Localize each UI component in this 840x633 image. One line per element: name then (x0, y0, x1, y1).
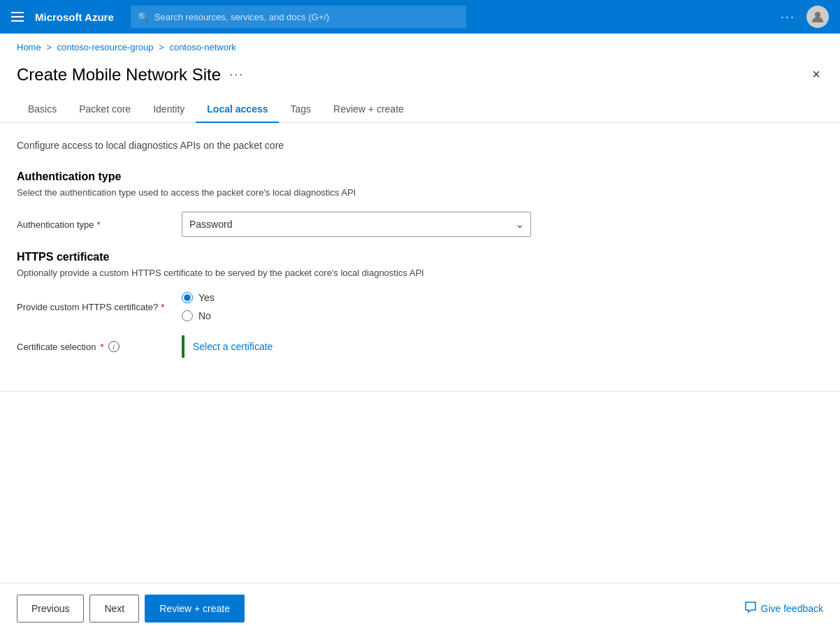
cert-selection-label: Certificate selection * i (17, 341, 171, 352)
search-bar[interactable]: 🔍 (131, 6, 466, 28)
topbar-more-icon[interactable]: ··· (781, 10, 795, 24)
tab-review-create[interactable]: Review + create (322, 96, 415, 123)
auth-section-heading: Authentication type (17, 170, 823, 183)
radio-group: Yes No (182, 292, 531, 321)
auth-section-sub: Select the authentication type used to a… (17, 187, 823, 198)
page-header-left: Create Mobile Network Site ··· (17, 65, 244, 85)
search-icon: 🔍 (138, 12, 149, 22)
tabs: Basics Packet core Identity Local access… (0, 96, 840, 123)
hamburger-menu[interactable] (11, 12, 24, 22)
auth-type-label: Authentication type * (17, 219, 171, 230)
avatar[interactable] (806, 6, 829, 28)
breadcrumb-sep1: > (46, 42, 52, 52)
svg-point-0 (815, 12, 820, 17)
breadcrumb-home[interactable]: Home (17, 42, 41, 52)
custom-cert-row: Provide custom HTTPS certificate? * Yes … (17, 292, 823, 321)
cert-selection-row: Certificate selection * i Select a certi… (17, 335, 823, 358)
search-input[interactable] (154, 12, 459, 22)
main-panel: Home > contoso-resource-group > contoso-… (0, 34, 840, 633)
radio-no-item[interactable]: No (182, 310, 531, 321)
breadcrumb-network[interactable]: contoso-network (169, 42, 236, 52)
divider (0, 391, 840, 392)
tab-packet-core[interactable]: Packet core (68, 96, 142, 123)
tab-description: Configure access to local diagnostics AP… (17, 140, 823, 151)
app-title: Microsoft Azure (35, 11, 114, 23)
feedback-label: Give feedback (761, 603, 824, 614)
content-area: Configure access to local diagnostics AP… (0, 123, 840, 374)
auth-type-select-wrapper: Password Certificate AAD ⌄ (182, 212, 531, 237)
previous-button[interactable]: Previous (17, 595, 84, 623)
custom-cert-control: Yes No (182, 292, 531, 321)
cert-bar (182, 335, 184, 358)
page-header: Create Mobile Network Site ··· × (0, 58, 840, 96)
radio-no-label: No (198, 310, 211, 321)
tab-tags[interactable]: Tags (279, 96, 322, 123)
topbar: Microsoft Azure 🔍 ··· (0, 0, 840, 34)
auth-type-select[interactable]: Password Certificate AAD (182, 212, 531, 237)
auth-type-control: Password Certificate AAD ⌄ (182, 212, 531, 237)
tab-basics[interactable]: Basics (17, 96, 68, 123)
https-section-heading: HTTPS certificate (17, 251, 823, 263)
custom-cert-label: Provide custom HTTPS certificate? * (17, 302, 171, 312)
page-title: Create Mobile Network Site (17, 65, 221, 85)
page-header-more[interactable]: ··· (229, 67, 244, 82)
select-certificate-link[interactable]: Select a certificate (193, 341, 273, 352)
tab-local-access[interactable]: Local access (196, 96, 279, 123)
feedback-icon (744, 601, 757, 616)
auth-type-row: Authentication type * Password Certifica… (17, 212, 823, 237)
radio-yes-label: Yes (198, 292, 215, 303)
breadcrumb: Home > contoso-resource-group > contoso-… (0, 34, 840, 58)
radio-yes-input[interactable] (182, 292, 193, 303)
custom-cert-required-star: * (161, 302, 164, 312)
cert-select-link-area: Select a certificate (182, 335, 273, 358)
next-button[interactable]: Next (89, 595, 139, 623)
auth-required-star: * (97, 219, 101, 230)
cert-required-star: * (100, 342, 103, 352)
footer: Previous Next Review + create Give feedb… (0, 583, 840, 633)
https-section-sub: Optionally provide a custom HTTPS certif… (17, 268, 823, 278)
info-icon[interactable]: i (108, 341, 120, 352)
breadcrumb-sep2: > (159, 42, 164, 52)
radio-yes-item[interactable]: Yes (182, 292, 531, 303)
breadcrumb-resource-group[interactable]: contoso-resource-group (57, 42, 154, 52)
topbar-right: ··· (781, 6, 829, 28)
radio-no-input[interactable] (182, 310, 193, 321)
review-create-button[interactable]: Review + create (145, 595, 245, 623)
feedback-area[interactable]: Give feedback (744, 601, 824, 616)
close-button[interactable]: × (809, 64, 823, 85)
tab-identity[interactable]: Identity (142, 96, 196, 123)
